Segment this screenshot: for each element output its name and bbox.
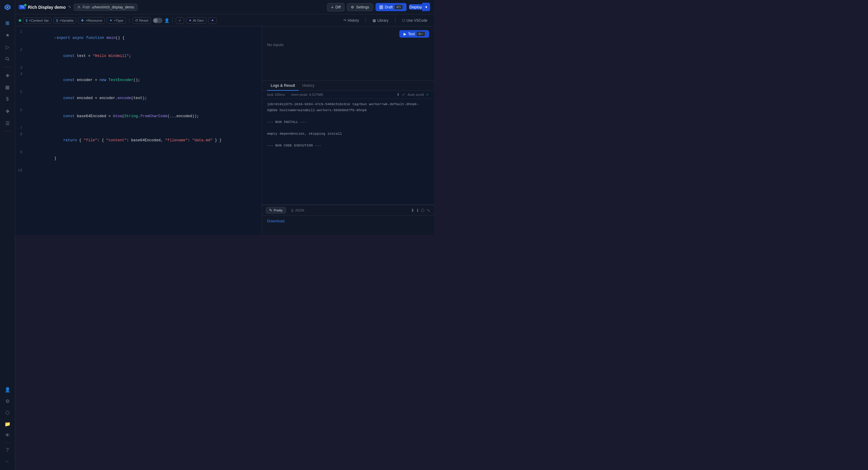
pretty-tab-button[interactable]: ✎ Pretty xyxy=(266,207,286,214)
header-left: TS Rich Display demo ✎ Path u/henri/rich… xyxy=(19,4,324,11)
settings-button[interactable]: ⚙ Settings xyxy=(347,3,373,11)
reset-button[interactable]: ↺ Reset xyxy=(132,17,151,24)
svg-line-4 xyxy=(8,60,9,61)
sidebar-item-home[interactable]: ⊞ xyxy=(2,18,13,28)
line-num-1: 1 xyxy=(15,29,27,35)
info-result-icon[interactable]: ℹ xyxy=(417,208,418,213)
fullscreen-result-icon[interactable]: ⤡ xyxy=(427,208,430,213)
auto-scroll-label: Auto scroll xyxy=(407,93,424,96)
type-button[interactable]: ✦ +Type xyxy=(107,17,126,24)
right-panel: ▶ Test ⌘↵ No inputs Logs & Result Histor… xyxy=(262,27,434,235)
result-section: ✎ Pretty {} JSON ⬇ ℹ ⬡ ⤡ Download xyxy=(262,205,434,235)
log-line-3: --- BUN INSTALL --- xyxy=(267,119,429,125)
draft-label: Draft xyxy=(385,5,393,9)
sidebar-item-apps[interactable]: ▦ xyxy=(2,82,13,93)
logs-content[interactable]: job=01912d75-163d-8204-47c9-5469c516cb1e… xyxy=(262,99,434,205)
line-num-2: 2 xyxy=(15,47,27,53)
test-label: Test xyxy=(408,32,415,36)
sidebar-item-schedules[interactable]: ☰ xyxy=(2,118,13,129)
tab-logs-result[interactable]: Logs & Result xyxy=(267,81,299,91)
edit-title-icon[interactable]: ✎ xyxy=(68,5,71,9)
line-content-6: const base64Encoded = btoa(String.fromCh… xyxy=(27,107,262,125)
toolbar-separator-1 xyxy=(129,18,129,23)
logs-section: Logs & Result History took 100ms mem pea… xyxy=(262,81,434,205)
json-tab-button[interactable]: {} JSON xyxy=(288,207,307,213)
vscode-button[interactable]: ⬡ Use VSCode xyxy=(399,18,430,24)
resource-button[interactable]: ❖ +Resource xyxy=(78,17,105,24)
history-button[interactable]: ↷ History xyxy=(340,18,362,24)
test-button[interactable]: ▶ Test ⌘↵ xyxy=(399,30,429,38)
sidebar: ⊞ ★ ▷ ◈ ▦ $ ❖ ☰ 👤 ⚙ ⬡ 📁 👁 ? ← xyxy=(0,0,15,235)
code-line-7: 7 xyxy=(15,125,262,131)
deploy-button[interactable]: Deploy xyxy=(409,4,423,10)
ai-gen-button[interactable]: ✦ AI Gen xyxy=(186,17,207,24)
variable-button[interactable]: $ +Variable xyxy=(53,18,76,24)
ai-icon: ✦ xyxy=(189,19,192,23)
line-content-5: const encoded = encoder.encode(text); xyxy=(27,89,262,107)
toggle-switch[interactable] xyxy=(153,18,162,23)
diff-button[interactable]: + Diff xyxy=(327,3,344,11)
expand-logs-icon[interactable]: ⤢ xyxy=(402,93,405,97)
magic-icon: ✦ xyxy=(211,19,214,23)
toolbar: $ +Context Var $ +Variable ❖ +Resource ✦… xyxy=(15,14,434,27)
download-result-icon[interactable]: ⬇ xyxy=(411,208,414,213)
header-right: + Diff ⚙ Settings Draft ⌘S Deploy xyxy=(327,3,430,11)
test-shortcut: ⌘↵ xyxy=(416,32,425,36)
draft-icon xyxy=(379,5,383,9)
copy-result-icon[interactable]: ⬡ xyxy=(421,208,424,213)
reset-label: Reset xyxy=(139,19,148,22)
sidebar-item-runs[interactable]: ▷ xyxy=(2,41,13,53)
json-brackets-icon: {} xyxy=(291,209,293,212)
code-line-9: 9 } xyxy=(15,150,262,167)
line-num-3: 3 xyxy=(15,65,27,71)
sidebar-item-flows[interactable]: ◈ xyxy=(2,70,13,81)
code-line-3: 3 xyxy=(15,65,262,71)
path-icon xyxy=(77,5,81,9)
tab-history[interactable]: History xyxy=(299,81,318,91)
deploy-arrow-button[interactable]: ▾ xyxy=(422,3,430,11)
resource-icon: ❖ xyxy=(81,19,84,23)
header: TS Rich Display demo ✎ Path u/henri/rich… xyxy=(15,0,434,14)
ts-badge: TS xyxy=(19,5,26,9)
sidebar-item-variables[interactable]: $ xyxy=(2,94,13,104)
download-link[interactable]: Download xyxy=(267,219,284,223)
line-num-6: 6 xyxy=(15,107,27,113)
code-editor[interactable]: 1 ▾export async function main() { 2 cons… xyxy=(15,27,262,176)
json-label: JSON xyxy=(295,209,304,212)
settings-label: Settings xyxy=(356,5,369,9)
path-label: Path xyxy=(83,5,90,9)
script-title: Rich Display demo xyxy=(28,5,66,10)
toolbar-separator-3 xyxy=(366,18,366,23)
pretty-label: Pretty xyxy=(274,209,283,212)
magic-button[interactable]: ✦ xyxy=(208,17,217,24)
toggle-knob xyxy=(153,19,158,23)
vscode-icon: ⬡ xyxy=(402,19,405,23)
content-area: 1 ▾export async function main() { 2 cons… xyxy=(15,27,434,235)
editor-pane[interactable]: 1 ▾export async function main() { 2 cons… xyxy=(15,27,262,235)
test-section: ▶ Test ⌘↵ No inputs xyxy=(262,27,434,81)
status-dot xyxy=(19,19,21,22)
download-logs-icon[interactable]: ⬇ xyxy=(397,93,400,97)
line-num-9: 9 xyxy=(15,150,27,155)
ai-gen-label: AI Gen xyxy=(193,19,204,22)
collapse-icon[interactable]: ▾ xyxy=(54,36,56,40)
line-content-2: const text = "Hello Windmill"; xyxy=(27,47,262,65)
vscode-label: Use VSCode xyxy=(407,19,427,23)
code-line-2: 2 const text = "Hello Windmill"; xyxy=(15,47,262,65)
line-num-8: 8 xyxy=(15,131,27,137)
code-check-button[interactable]: ✓ xyxy=(176,17,184,24)
no-inputs-label: No inputs xyxy=(267,42,429,47)
draft-button[interactable]: Draft ⌘S xyxy=(375,3,407,11)
sidebar-item-search[interactable] xyxy=(2,54,13,64)
context-var-button[interactable]: $ +Context Var xyxy=(23,18,52,24)
path-pill[interactable]: Path u/henri/rich_display_demo xyxy=(74,4,137,11)
sidebar-item-resources[interactable]: ❖ xyxy=(2,106,13,117)
log-line-5: empty dependencies, skipping install xyxy=(267,131,429,137)
logs-meta: took 100ms mem peak: 9.527MB ⬇ ⤢ Auto sc… xyxy=(262,91,434,99)
sidebar-item-starred[interactable]: ★ xyxy=(2,30,13,40)
line-content-4: const encoder = new TextEncoder(); xyxy=(27,71,262,89)
windmill-logo[interactable] xyxy=(3,2,12,12)
resource-label: +Resource xyxy=(85,19,102,22)
main-container: TS Rich Display demo ✎ Path u/henri/rich… xyxy=(15,0,434,235)
library-button[interactable]: ▦ Library xyxy=(370,18,392,24)
